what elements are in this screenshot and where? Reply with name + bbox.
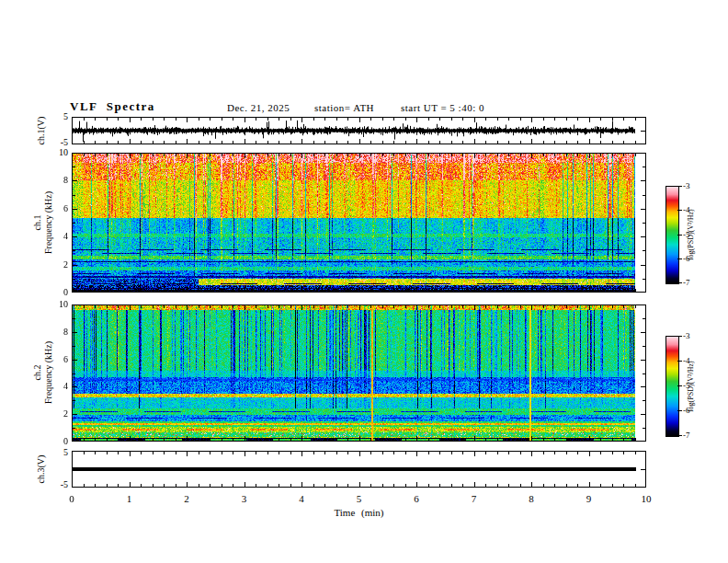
ch3-ymax-label: 5: [46, 447, 68, 457]
xtick-3: 3: [233, 493, 256, 504]
colorbar-2-ticklabel--4: -4: [683, 356, 690, 365]
colorbar-2-tickmark--3: [677, 336, 682, 337]
colorbar-2-ticklabel--5: -5: [683, 381, 690, 390]
colorbar-1-ticklabel--7: -7: [683, 278, 690, 287]
xtick-2: 2: [175, 493, 199, 504]
colorbar-1-tickmark--7: [677, 282, 682, 283]
ch3-ymin-label: -5: [46, 479, 68, 489]
spec1-ytick-2: 2: [46, 259, 68, 270]
spec2-ytick-0: 0: [46, 436, 68, 446]
xtick-1: 1: [118, 493, 142, 504]
spec2-ytick-8: 8: [46, 327, 68, 337]
colorbar-1: [665, 186, 679, 284]
colorbar-1-ticklabel--6: -6: [683, 254, 690, 263]
colorbar-2-tickmark--5: [677, 385, 682, 386]
spec2-ytick-10: 10: [46, 299, 68, 309]
page-title: VLF Spectra: [70, 99, 155, 114]
start-ut-label: start UT = 5 :40: 0: [401, 102, 484, 113]
station-label: station= ATH: [314, 102, 374, 113]
spec1-ytick-4: 4: [46, 231, 68, 241]
colorbar-1-tickmark--4: [677, 210, 682, 211]
xtick-6: 6: [404, 493, 428, 504]
spec1-axis-label: ch.1 Frequency (kHz): [32, 181, 54, 264]
ch3-waveform-plot: [72, 451, 646, 488]
spec2-channel-label: ch.2: [32, 331, 43, 414]
spec2-ytick-2: 2: [46, 408, 68, 419]
xtick-0: 0: [60, 493, 84, 504]
spec1-ytick-8: 8: [46, 175, 68, 185]
xtick-10: 10: [634, 493, 658, 504]
spec2-ytick-6: 6: [46, 354, 68, 364]
spec1-ytick-6: 6: [46, 203, 68, 213]
ch1-spectrogram-plot: [72, 153, 646, 293]
x-axis-title: Time (min): [72, 507, 646, 518]
xtick-4: 4: [290, 493, 313, 504]
date-label: Dec. 21, 2025: [227, 102, 290, 113]
xtick-8: 8: [519, 493, 543, 504]
colorbar-2: [665, 336, 679, 437]
ch1-ymin-label: -5: [46, 137, 68, 147]
colorbar-1-ticklabel--4: -4: [683, 205, 690, 214]
colorbar-1-tickmark--6: [677, 259, 682, 259]
xtick-7: 7: [462, 493, 486, 504]
colorbar-2-tickmark--6: [677, 410, 682, 411]
xtick-5: 5: [347, 493, 371, 504]
ch2-spectrogram-plot: [72, 304, 646, 442]
spec1-ytick-0: 0: [46, 287, 68, 297]
xtick-9: 9: [577, 493, 601, 504]
ch1-ymax-label: 5: [46, 111, 68, 121]
spec2-axis-label: ch.2 Frequency (kHz): [32, 331, 54, 414]
ch1-waveform-plot: [72, 117, 646, 144]
vlf-spectra-figure: VLF Spectra Dec. 21, 2025 station= ATH s…: [0, 0, 728, 563]
colorbar-2-ticklabel--6: -6: [683, 406, 690, 415]
colorbar-2-ticklabel--3: -3: [683, 331, 690, 340]
spec1-ytick-10: 10: [46, 147, 68, 157]
colorbar-1-tickmark--3: [677, 186, 682, 187]
spec1-frequency-label: Frequency (kHz): [43, 181, 54, 264]
colorbar-1-tickmark--5: [677, 235, 682, 236]
colorbar-2-tickmark--4: [677, 361, 682, 362]
ch3-axis-label: ch.3(V): [36, 442, 47, 497]
colorbar-2-tickmark--7: [677, 435, 682, 436]
spec2-ytick-4: 4: [46, 381, 68, 391]
colorbar-1-ticklabel--3: -3: [683, 181, 690, 190]
colorbar-2-ticklabel--7: -7: [683, 431, 690, 440]
spec1-channel-label: ch.1: [32, 181, 43, 264]
spec2-frequency-label: Frequency (kHz): [43, 331, 54, 414]
colorbar-1-ticklabel--5: -5: [683, 230, 690, 239]
